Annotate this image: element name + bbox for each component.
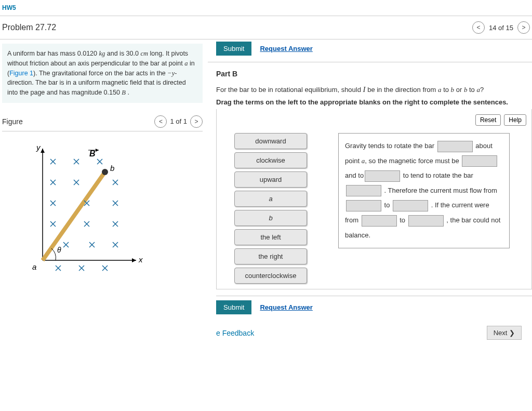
next-problem-button[interactable]: > bbox=[517, 21, 530, 34]
blank-8[interactable] bbox=[408, 215, 444, 227]
term-counterclockwise[interactable]: counterclockwise bbox=[234, 268, 307, 284]
part-b-header: Part B bbox=[208, 62, 532, 83]
svg-text:b: b bbox=[110, 164, 114, 173]
figure-page-indicator: 1 of 1 bbox=[170, 117, 187, 125]
figure-prev-button[interactable]: < bbox=[154, 115, 167, 128]
figure-diagram: y x a b B θ bbox=[2, 131, 203, 277]
svg-text:y: y bbox=[36, 143, 41, 152]
blank-1[interactable] bbox=[437, 141, 473, 152]
blank-7[interactable] bbox=[362, 215, 397, 227]
activity-area: Reset Help downward clockwise upward a b… bbox=[216, 109, 532, 289]
page-indicator: 14 of 15 bbox=[489, 24, 513, 32]
term-downward[interactable]: downward bbox=[234, 133, 307, 149]
part-b-question: For the bar to be in rotational equilibr… bbox=[208, 83, 532, 98]
term-a[interactable]: a bbox=[234, 191, 307, 207]
svg-point-8 bbox=[102, 169, 108, 175]
reset-button[interactable]: Reset bbox=[475, 114, 501, 126]
hw-link[interactable]: HW5 bbox=[0, 0, 532, 16]
svg-text:x: x bbox=[138, 255, 143, 264]
term-the-left[interactable]: the left bbox=[234, 229, 307, 245]
figure-next-button[interactable]: > bbox=[190, 115, 203, 128]
blank-4[interactable] bbox=[346, 185, 381, 196]
prev-problem-button[interactable]: < bbox=[472, 21, 485, 34]
submit-button-bottom[interactable]: Submit bbox=[216, 300, 251, 314]
svg-marker-3 bbox=[41, 149, 45, 153]
blank-6[interactable] bbox=[393, 200, 428, 211]
submit-button-top[interactable]: Submit bbox=[216, 42, 251, 56]
term-clockwise[interactable]: clockwise bbox=[234, 152, 307, 168]
problem-header: Problem 27.72 < 14 of 15 > bbox=[0, 16, 532, 39]
sentence-target: Gravity tends to rotate the bar about po… bbox=[338, 133, 510, 248]
term-upward[interactable]: upward bbox=[234, 171, 307, 188]
blank-3[interactable] bbox=[365, 170, 400, 182]
next-button[interactable]: Next ❯ bbox=[487, 326, 522, 340]
figure-link[interactable]: Figure 1 bbox=[9, 70, 33, 77]
svg-text:θ: θ bbox=[57, 246, 61, 254]
blank-2[interactable] bbox=[462, 155, 497, 167]
svg-marker-12 bbox=[96, 149, 99, 152]
help-button[interactable]: Help bbox=[504, 114, 526, 126]
request-answer-link-top[interactable]: Request Answer bbox=[260, 45, 312, 52]
feedback-link[interactable]: e Feedback bbox=[216, 329, 254, 337]
figure-title: Figure bbox=[2, 117, 23, 126]
problem-title: Problem 27.72 bbox=[2, 23, 56, 32]
svg-text:B: B bbox=[89, 149, 96, 158]
blank-5[interactable] bbox=[346, 200, 381, 211]
drag-instruction: Drag the terms on the left to the approp… bbox=[208, 98, 532, 109]
svg-marker-2 bbox=[132, 258, 136, 262]
request-answer-link-bottom[interactable]: Request Answer bbox=[260, 303, 312, 311]
term-the-right[interactable]: the right bbox=[234, 248, 307, 264]
draggable-terms: downward clockwise upward a b the left t… bbox=[234, 133, 307, 284]
term-b[interactable]: b bbox=[234, 210, 307, 226]
nav-controls: < 14 of 15 > bbox=[472, 21, 530, 34]
problem-statement: A uniform bar has mass 0.0120 kg and is … bbox=[2, 44, 203, 103]
svg-line-7 bbox=[43, 172, 105, 260]
svg-text:a: a bbox=[32, 262, 36, 271]
